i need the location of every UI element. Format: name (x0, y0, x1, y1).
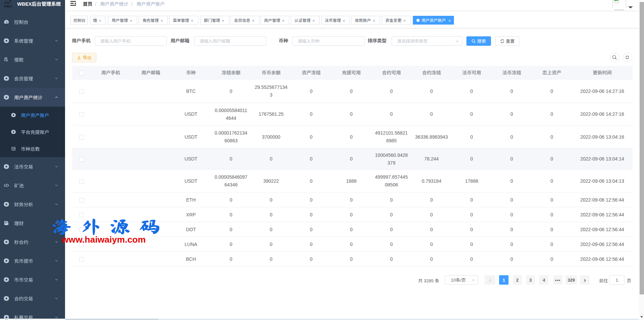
svg-text:WBEX: WBEX (4, 5, 12, 8)
